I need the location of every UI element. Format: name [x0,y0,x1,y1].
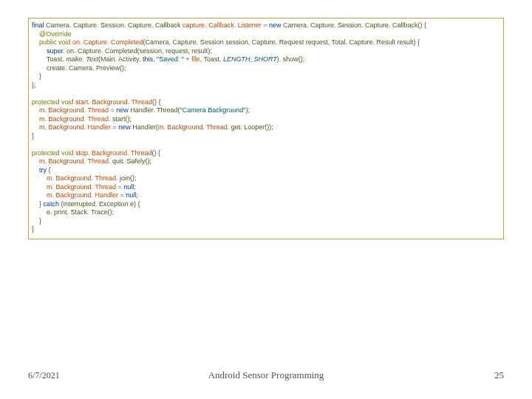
kw-catch: catch [44,200,60,208]
code-text: . start(); [109,115,132,123]
code-text: ); [246,106,250,114]
var-name: m. Background. Thread [158,123,228,131]
code-text: Camera. Capture. Session. Capture. Callb… [281,21,426,29]
kw-try: try [39,166,47,174]
code-text: ). show(); [277,55,305,63]
kw-public-void: protected void [32,98,75,106]
code-text: ; [134,183,136,191]
code-text: } [39,217,41,225]
code-text: Handler. Thread( [129,106,180,114]
code-text: } [39,72,41,80]
code-text: . on. Capture. Completed(session, reques… [63,47,212,55]
annotation-override: @Override [39,30,72,38]
var-name: m. Background. Thread [47,183,116,191]
code-text: () { [152,98,161,106]
footer-page-number: 25 [494,369,504,381]
var-name: m. Background. Thread [47,174,116,182]
maketext: make. Text [66,55,98,63]
kw-null: null [126,191,136,199]
code-text: Toast. [47,55,66,63]
var-name: m. Background. Thread [39,115,109,123]
code-text: (Interrupted. Exception e) { [59,200,140,208]
code-text: { [47,166,51,174]
kw-public-void: protected void [32,149,75,157]
var-file: file [191,55,200,63]
kw-new: new [116,106,129,114]
code-text: e. print. Stack. Trace(); [47,208,114,216]
code-text: = [263,21,269,29]
kw-final: final [32,21,44,29]
code-text: () { [151,149,160,157]
code-text: create. Camera. Preview(); [47,64,126,72]
code-text: (Main. Activity. [98,55,143,63]
method-name: start. Background. Thread [75,98,152,106]
kw-new: new [269,21,282,29]
code-text: } [32,132,34,140]
code-text: . join(); [116,174,137,182]
kw-null: null [123,183,134,191]
code-text: . get. Looper()); [228,123,273,131]
code-block: final Camera. Capture. Session. Capture.… [28,18,504,239]
var-name: m. Background. Thread [39,157,109,165]
code-text: } [32,225,34,233]
footer-title: Android Sensor Programming [0,369,532,381]
const-length-short: LENGTH_SHORT [223,55,277,63]
code-text: (Camera. Capture. Session session, Captu… [143,38,420,46]
listener-name: capture. Callback. Listener [183,21,263,29]
code-text: + [184,55,191,63]
var-name: m. Background. Handler [47,191,118,199]
kw-new: new [118,123,131,131]
code-text: ; [136,191,138,199]
code-text: . quit. Safely(); [109,157,151,165]
code-text: = [118,191,126,199]
string-literal: "Camera Background" [180,106,246,114]
method-name: on. Capture. Completed [72,38,143,46]
var-name: m. Background. Handler [39,123,111,131]
code-text: Camera. Capture. Session. Capture. Callb… [44,21,183,29]
code-text: = [111,123,118,131]
kw-super: super [47,47,63,55]
kw-public-void: public void [39,38,72,46]
code-text: Handler( [131,123,158,131]
slide: final Camera. Capture. Session. Capture.… [0,0,532,399]
code-text: , Toast. [200,55,223,63]
string-literal: "Saved: " [157,55,184,63]
method-name: stop. Background. Thread [75,149,151,157]
code-text: = [116,183,123,191]
kw-this: this [143,55,153,63]
var-name: m. Background. Thread [39,106,109,114]
code-text: = [109,106,116,114]
code-text: }; [32,81,36,89]
